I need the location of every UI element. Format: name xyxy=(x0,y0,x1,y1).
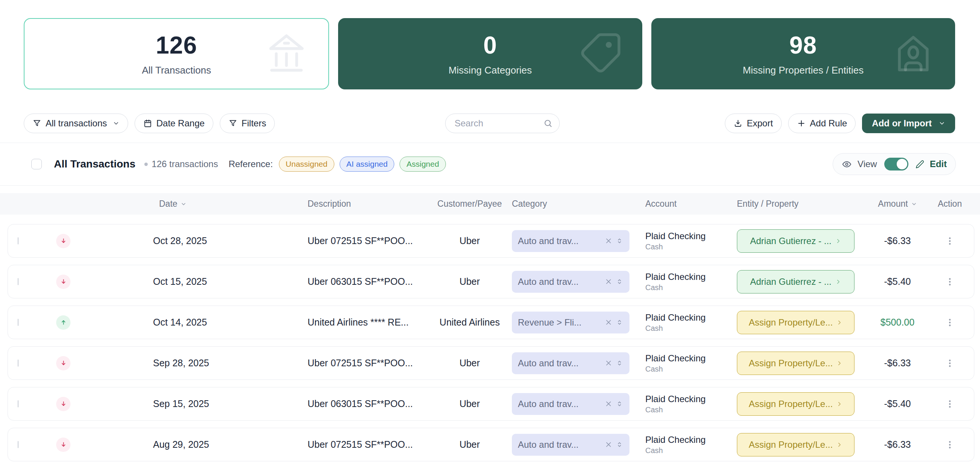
chevron-right-icon xyxy=(835,279,841,285)
chevron-right-icon xyxy=(837,442,842,448)
row-checkbox[interactable] xyxy=(18,319,19,326)
funnel-icon xyxy=(32,119,41,128)
entity-label: Assign Property/Le... xyxy=(749,317,833,328)
filter-dropdown-label: All transactions xyxy=(46,118,107,129)
entity-label: Adrian Gutierrez - ... xyxy=(750,236,832,246)
entity-pill[interactable]: Assign Property/Le... xyxy=(737,433,854,456)
export-button[interactable]: Export xyxy=(725,113,781,133)
column-header-category: Category xyxy=(508,199,639,209)
filters-button[interactable]: Filters xyxy=(220,113,275,133)
category-dropdown-icon[interactable] xyxy=(616,237,624,245)
clear-category-icon[interactable] xyxy=(605,400,612,408)
row-actions-kebab[interactable] xyxy=(945,316,955,329)
category-select[interactable]: Auto and trav... xyxy=(512,230,630,252)
row-actions-kebab[interactable] xyxy=(945,234,955,247)
add-or-import-button[interactable]: Add or Import xyxy=(862,113,955,133)
card-label: Missing Properties / Entities xyxy=(743,64,864,76)
category-select[interactable]: Revenue > Fli... xyxy=(512,312,630,333)
category-value: Auto and trav... xyxy=(518,236,601,246)
entity-pill[interactable]: Adrian Gutierrez - ... xyxy=(737,230,854,253)
transaction-amount: -$6.33 xyxy=(860,235,935,246)
plus-icon xyxy=(797,119,806,128)
account-name: Plaid Checking xyxy=(645,394,732,404)
card-missing-categories[interactable]: 0 Missing Categories xyxy=(338,18,642,89)
add-rule-label: Add Rule xyxy=(810,118,847,129)
category-value: Auto and trav... xyxy=(518,358,601,368)
pencil-icon xyxy=(916,160,924,169)
category-select[interactable]: Auto and trav... xyxy=(512,393,630,415)
entity-pill[interactable]: Assign Property/Le... xyxy=(737,311,854,334)
entity-pill[interactable]: Assign Property/Le... xyxy=(737,352,854,375)
date-range-button[interactable]: Date Range xyxy=(135,113,213,133)
category-dropdown-icon[interactable] xyxy=(616,359,624,367)
row-checkbox[interactable] xyxy=(18,441,19,448)
category-dropdown-icon[interactable] xyxy=(616,319,624,326)
funnel-icon xyxy=(228,119,237,128)
category-value: Auto and trav... xyxy=(518,399,601,409)
entity-pill[interactable]: Assign Property/Le... xyxy=(737,392,854,416)
direction-icon xyxy=(56,397,70,411)
direction-icon xyxy=(56,275,70,289)
column-header-date[interactable]: Date xyxy=(149,199,307,209)
category-dropdown-icon[interactable] xyxy=(616,400,624,408)
divider xyxy=(0,185,980,186)
view-edit-switch-group: View Edit xyxy=(833,153,956,175)
filters-label: Filters xyxy=(242,118,266,129)
card-missing-properties[interactable]: 98 Missing Properties / Entities xyxy=(651,18,955,89)
account-subtype: Cash xyxy=(645,446,732,455)
transactions-filter-dropdown[interactable]: All transactions xyxy=(24,113,128,133)
add-rule-button[interactable]: Add Rule xyxy=(788,113,856,133)
clear-category-icon[interactable] xyxy=(605,237,612,245)
clear-category-icon[interactable] xyxy=(605,277,612,285)
table-row: Sep 28, 2025 Uber 072515 SF**POO... Uber… xyxy=(8,346,974,380)
select-all-checkbox[interactable] xyxy=(31,159,42,169)
reference-badge[interactable]: Assigned xyxy=(399,156,445,172)
search-input[interactable] xyxy=(445,113,560,133)
category-value: Auto and trav... xyxy=(518,276,601,287)
entity-label: Assign Property/Le... xyxy=(749,358,833,368)
transaction-description: Uber 072515 SF**POO... xyxy=(307,235,432,246)
table-row: Oct 28, 2025 Uber 072515 SF**POO... Uber… xyxy=(8,224,974,258)
transaction-description: United Airlines **** RE... xyxy=(307,317,432,328)
clear-category-icon[interactable] xyxy=(605,319,612,326)
category-dropdown-icon[interactable] xyxy=(616,441,624,448)
category-dropdown-icon[interactable] xyxy=(616,277,624,285)
table-row: Oct 14, 2025 United Airlines **** RE... … xyxy=(8,306,974,339)
account-subtype: Cash xyxy=(645,283,732,292)
card-all-transactions[interactable]: 126 All Transactions xyxy=(24,18,329,89)
column-header-action: Action xyxy=(935,199,964,209)
row-checkbox[interactable] xyxy=(18,278,19,285)
transaction-date: Oct 28, 2025 xyxy=(149,235,307,246)
dot-separator xyxy=(144,163,148,166)
category-select[interactable]: Auto and trav... xyxy=(512,271,630,293)
row-actions-kebab[interactable] xyxy=(945,438,955,451)
toggle-knob xyxy=(897,159,907,169)
calendar-icon xyxy=(143,119,152,128)
reference-badge[interactable]: Unassigned xyxy=(279,156,334,172)
card-label: Missing Categories xyxy=(449,64,532,76)
entity-label: Assign Property/Le... xyxy=(749,440,833,450)
row-checkbox[interactable] xyxy=(18,400,19,407)
row-actions-kebab[interactable] xyxy=(945,357,955,370)
row-actions-kebab[interactable] xyxy=(945,276,955,288)
row-checkbox[interactable] xyxy=(18,360,19,367)
account-name: Plaid Checking xyxy=(645,353,732,363)
sort-chevron-icon xyxy=(181,201,186,207)
row-checkbox[interactable] xyxy=(18,237,19,244)
clear-category-icon[interactable] xyxy=(605,441,612,448)
entity-pill[interactable]: Adrian Gutierrez - ... xyxy=(737,270,854,293)
transaction-payee: United Airlines xyxy=(432,317,508,328)
reference-badge[interactable]: AI assigned xyxy=(340,156,395,172)
category-select[interactable]: Auto and trav... xyxy=(512,352,630,374)
eye-icon xyxy=(842,159,852,169)
bank-icon xyxy=(264,31,309,77)
chevron-right-icon xyxy=(837,360,842,366)
category-select[interactable]: Auto and trav... xyxy=(512,434,630,456)
column-header-amount[interactable]: Amount xyxy=(860,199,935,209)
row-actions-kebab[interactable] xyxy=(945,398,955,410)
view-edit-toggle[interactable] xyxy=(884,158,908,171)
transaction-payee: Uber xyxy=(432,398,508,409)
transaction-count: 126 transactions xyxy=(151,159,218,169)
transaction-description: Uber 072515 SF**POO... xyxy=(307,439,432,450)
clear-category-icon[interactable] xyxy=(605,359,612,367)
